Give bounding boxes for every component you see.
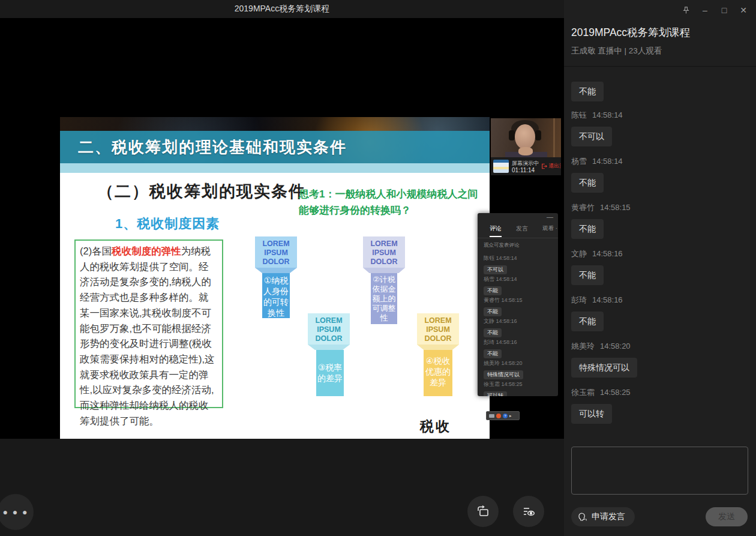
chat-sender: 杨雪 bbox=[571, 157, 587, 166]
chat-bubble: 不能 bbox=[571, 265, 604, 285]
chat-panel: – □ ✕ 2019MPAcc税务筹划课程 王成敬 直播中 | 23人观看 不能… bbox=[564, 0, 756, 536]
chat-bubble: 不可以 bbox=[571, 127, 612, 146]
minimize-button[interactable]: – bbox=[700, 5, 710, 16]
slide-banner-stripe bbox=[60, 163, 490, 173]
request-speak-label: 申请发言 bbox=[592, 511, 625, 522]
paragraph-rest: 为纳税人的税收筹划提供了空间。经济活动是复杂多变的,纳税人的经营方式也是多种多样… bbox=[80, 245, 215, 426]
lorem-box-2-label: ②计税依据金额上的可调整性 bbox=[371, 273, 397, 324]
list-eye-icon bbox=[521, 504, 536, 519]
chat-sender: 徐玉霜 bbox=[571, 388, 595, 397]
overlay-message-list: 陈钰 14:58:14 不可以 杨雪 14:58:14 不能 黄睿竹 14:58… bbox=[484, 255, 554, 396]
exit-presentation: 退出演示 bbox=[541, 162, 561, 170]
chat-message: 姚美玲14:58:20 特殊情况可以 bbox=[571, 341, 749, 378]
camera-icon bbox=[489, 414, 494, 418]
chat-sender: 陈钰 bbox=[571, 110, 587, 119]
overlay-minimize-icon: — bbox=[547, 213, 553, 220]
lorem-box-1-label: ①纳税人身份的可转换性 bbox=[262, 273, 290, 318]
stream-title: 2019MPAcc税务筹划课程 bbox=[235, 4, 329, 14]
slide-banner-title: 二、税收筹划的理论基础和现实条件 bbox=[60, 137, 347, 158]
collapse-arrow-icon: ▸ bbox=[509, 414, 512, 418]
chat-message: 黄睿竹14:58:15 不能 bbox=[571, 202, 749, 239]
mini-toolbar: ? ▸ bbox=[486, 411, 520, 420]
slide-banner: 二、税收筹划的理论基础和现实条件 bbox=[60, 131, 490, 163]
pin-button[interactable] bbox=[680, 5, 691, 16]
presenter-webcam: 屏幕演示中 01:11:14 退出演示 bbox=[491, 118, 561, 175]
orange-app-icon bbox=[496, 414, 501, 418]
chat-sender: 姚美玲 bbox=[571, 342, 595, 351]
chat-bubble: 可以转 bbox=[571, 404, 612, 424]
overlay-tabs: 评论 发言 观看 · 23 bbox=[490, 224, 558, 237]
lorem-box-2-connector bbox=[363, 268, 405, 273]
overlay-msg-name: 文静 14:58:16 bbox=[484, 318, 554, 324]
chat-time: 14:58:14 bbox=[592, 157, 623, 166]
overlay-divider bbox=[478, 238, 558, 238]
overlay-msg-name: 杨雪 14:58:14 bbox=[484, 276, 554, 282]
request-speak-button[interactable]: 申请发言 bbox=[571, 507, 635, 526]
pin-icon bbox=[682, 6, 691, 15]
lorem-box-4-connector bbox=[417, 345, 459, 350]
chat-message: 杨雪14:58:14 不能 bbox=[571, 156, 749, 193]
overlay-msg-bubble: 不能 bbox=[484, 349, 502, 358]
chat-input[interactable] bbox=[571, 447, 748, 495]
chat-time: 14:58:15 bbox=[600, 203, 631, 212]
maximize-button[interactable]: □ bbox=[719, 5, 730, 16]
lorem-box-1-header: LOREM IPSUM DOLOR bbox=[255, 236, 297, 268]
speak-icon bbox=[577, 511, 588, 522]
overlay-tab-viewers: 观看 · 23 bbox=[542, 224, 558, 237]
chat-time: 14:58:16 bbox=[592, 295, 623, 304]
overlay-msg-name: 徐玉霜 14:58:25 bbox=[484, 381, 554, 387]
course-title: 2019MPAcc税务筹划课程 bbox=[571, 25, 690, 40]
overlay-msg-bubble: 不能 bbox=[484, 307, 502, 316]
chat-time: 14:58:25 bbox=[600, 388, 631, 397]
exit-icon bbox=[541, 163, 547, 169]
paragraph-highlight: 税收制度的弹性 bbox=[112, 245, 181, 256]
slide-question-line1: 思考1：一般纳税人和小规模纳税人之间 bbox=[299, 186, 490, 202]
chat-time: 14:58:14 bbox=[592, 110, 623, 119]
stream-title-bar: 2019MPAcc税务筹划课程 bbox=[0, 0, 564, 18]
overlay-msg-bubble: 特殊情况可以 bbox=[484, 370, 523, 379]
help-icon: ? bbox=[503, 414, 508, 418]
slide-paragraph-box: (2)各国税收制度的弹性为纳税人的税收筹划提供了空间。经济活动是复杂多变的,纳税… bbox=[74, 239, 223, 408]
chat-message: 文静14:58:16 不能 bbox=[571, 248, 749, 285]
lorem-box-1-connector bbox=[255, 268, 297, 273]
lorem-box-4-header: LOREM IPSUM DOLOR bbox=[417, 313, 459, 345]
lorem-box-3-header: LOREM IPSUM DOLOR bbox=[308, 313, 350, 345]
chat-sender: 文静 bbox=[571, 249, 587, 258]
video-region[interactable]: 二、税收筹划的理论基础和现实条件 （二）税收筹划的现实条件 1、税收制度因素 思… bbox=[0, 18, 564, 439]
overlay-msg-name: 黄睿竹 14:58:15 bbox=[484, 297, 554, 303]
slide-question: 思考1：一般纳税人和小规模纳税人之间 能够进行身份的转换吗？ bbox=[299, 186, 490, 218]
overlay-msg-bubble: 可以转 bbox=[484, 391, 507, 396]
overlay-msg-name: 姚美玲 14:58:20 bbox=[484, 360, 554, 366]
headphone-left bbox=[509, 130, 515, 140]
slide-heading: （二）税收筹划的现实条件 bbox=[97, 181, 306, 202]
chat-message: 徐玉霜14:58:25 可以转 bbox=[571, 387, 749, 424]
paragraph-prefix: (2)各国 bbox=[80, 245, 112, 256]
slide-footer-word: 税收 bbox=[420, 417, 451, 436]
rotate-screen-icon bbox=[475, 504, 491, 519]
overlay-msg-name: 彭琦 14:58:16 bbox=[484, 339, 554, 345]
chat-sender: 彭琦 bbox=[571, 295, 587, 304]
lorem-box-3-connector bbox=[308, 345, 350, 350]
toggle-comments-visibility-button[interactable] bbox=[513, 496, 544, 527]
chat-bubble: 不能 bbox=[571, 82, 604, 101]
presenting-timer: 01:11:14 bbox=[512, 167, 535, 173]
overlay-tab-comments: 评论 bbox=[490, 224, 502, 237]
chat-time: 14:58:20 bbox=[600, 342, 631, 351]
screen-thumbnail bbox=[493, 160, 509, 173]
overlay-notice: 观众可发表评论 bbox=[484, 242, 520, 249]
chat-bubble: 不能 bbox=[571, 219, 604, 239]
lorem-box-3-label: ③税率的差异 bbox=[316, 350, 344, 396]
chat-time: 14:58:16 bbox=[592, 249, 623, 258]
overlay-msg-name: 陈钰 14:58:14 bbox=[484, 255, 554, 261]
live-status: 王成敬 直播中 | 23人观看 bbox=[571, 46, 662, 56]
slide-question-line2: 能够进行身份的转换吗？ bbox=[299, 202, 490, 218]
chat-bubble: 不能 bbox=[571, 173, 604, 193]
overlay-msg-bubble: 不能 bbox=[484, 286, 502, 295]
lorem-box-2-header: LOREM IPSUM DOLOR bbox=[363, 236, 405, 268]
send-button[interactable]: 发送 bbox=[706, 507, 748, 526]
overlay-chat-window: — 评论 发言 观看 · 23 观众可发表评论 陈钰 14:58:14 不可以 … bbox=[478, 213, 558, 396]
chat-message-list[interactable]: 不能 陈钰14:58:14 不可以 杨雪14:58:14 不能 黄睿竹14:58… bbox=[571, 72, 749, 441]
rotate-screen-button[interactable] bbox=[467, 496, 499, 527]
chat-bubble: 特殊情况可以 bbox=[571, 358, 637, 378]
close-button[interactable]: ✕ bbox=[738, 5, 749, 16]
